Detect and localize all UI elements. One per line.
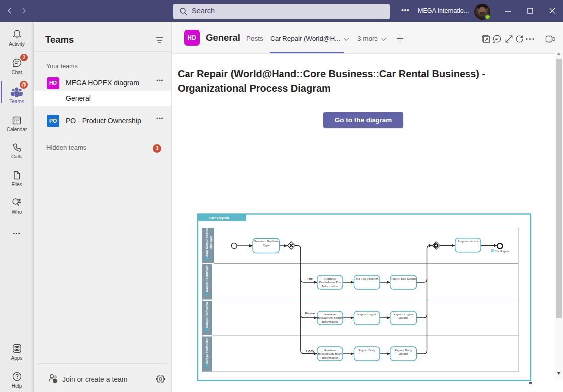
svg-text:Details: Details — [399, 352, 409, 355]
svg-text:Repair Engine: Repair Engine — [357, 313, 376, 316]
svg-text:Type: Type — [263, 243, 270, 247]
svg-text:Garage Technician: Garage Technician — [205, 302, 208, 328]
svg-text:Retrieve: Retrieve — [324, 348, 336, 352]
svg-text:Car Repair: Car Repair — [495, 249, 510, 253]
svg-text:Body: Body — [306, 349, 314, 353]
svg-text:Manager: Manager — [209, 236, 212, 249]
svg-text:Fix Tire Problem: Fix Tire Problem — [356, 277, 379, 280]
svg-text:Garage Technician: Garage Technician — [205, 337, 208, 364]
svg-text:Details: Details — [399, 316, 409, 319]
svg-text:Retrieve: Retrieve — [324, 313, 336, 316]
svg-text:Garage Technician: Garage Technician — [205, 265, 208, 292]
svg-text:Determin Problem: Determin Problem — [253, 239, 279, 243]
svg-text:Breakdown Engine: Breakdown Engine — [317, 316, 343, 319]
svg-text:Breakdown Tire: Breakdown Tire — [319, 280, 341, 284]
svg-text:Engine: Engine — [305, 312, 315, 315]
svg-text:Repair Body: Repair Body — [359, 348, 376, 352]
svg-text:Report Tire Details: Report Tire Details — [390, 277, 416, 280]
svg-text:Car Repair: Car Repair — [209, 216, 229, 220]
svg-text:Auto Repair Service: Auto Repair Service — [205, 228, 208, 257]
svg-text:Information: Information — [322, 320, 338, 323]
svg-text:Retrieve: Retrieve — [324, 277, 336, 280]
svg-text:Tire: Tire — [307, 277, 313, 281]
svg-text:Report Body: Report Body — [395, 348, 413, 352]
svg-text:Breakdown Body: Breakdown Body — [318, 352, 342, 355]
svg-text:Prepare Invoice: Prepare Invoice — [457, 239, 478, 243]
svg-text:Information: Information — [322, 284, 338, 288]
svg-text:Report Engine: Report Engine — [393, 313, 413, 316]
svg-text:Information: Information — [322, 356, 338, 359]
